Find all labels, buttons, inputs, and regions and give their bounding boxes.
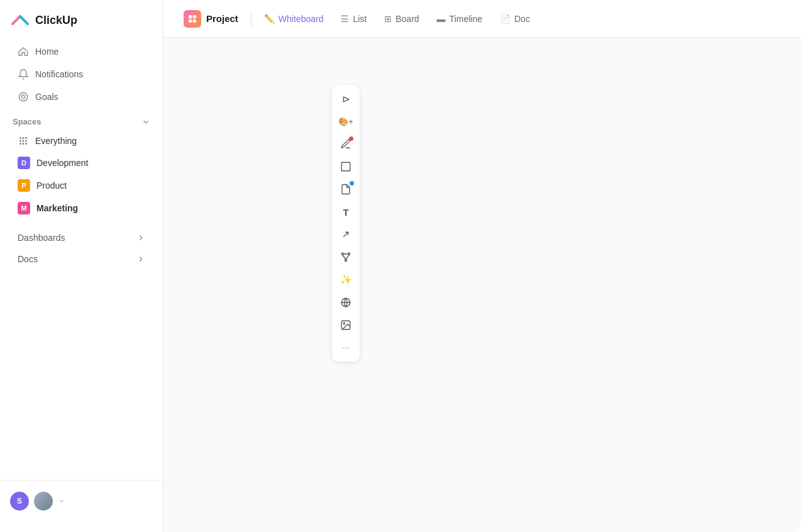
sidebar-item-development[interactable]: D Development [5,152,158,174]
sidebar-item-marketing[interactable]: M Marketing [5,197,158,219]
home-icon [18,46,29,57]
dashboards-label: Dashboards [18,233,65,243]
marketing-label: Marketing [36,203,78,213]
svg-point-17 [348,253,350,255]
list-tab-icon: ☰ [341,14,349,24]
project-tab[interactable]: Project [176,6,246,31]
product-avatar: P [18,179,30,192]
chevron-down-icon-user [58,497,65,505]
everything-label: Everything [35,136,77,146]
svg-point-5 [19,140,21,142]
timeline-tab-label: Timeline [450,14,482,24]
svg-point-3 [23,137,25,139]
tool-image[interactable] [336,315,356,335]
svg-point-21 [343,323,345,324]
spaces-section-header: Spaces [0,108,163,130]
notifications-label: Notifications [35,69,83,79]
sidebar-item-docs[interactable]: Docs [5,248,158,270]
tab-timeline[interactable]: ▬ Timeline [429,10,490,28]
svg-rect-12 [193,15,196,18]
whiteboard-tab-label: Whiteboard [279,14,324,24]
development-label: Development [36,158,89,168]
user-avatar-g [34,492,53,511]
docs-label: Docs [18,254,38,264]
svg-rect-11 [189,15,192,18]
project-label: Project [206,13,238,24]
drawing-toolbar: ⊳ 🎨+ T ✨ [332,85,360,362]
tool-pen[interactable] [336,134,356,154]
sidebar-item-dashboards[interactable]: Dashboards [5,227,158,248]
svg-point-6 [23,140,25,142]
chevron-down-icon[interactable] [141,118,150,126]
list-tab-label: List [353,14,367,24]
svg-rect-13 [189,19,192,22]
tool-connector[interactable] [336,224,356,245]
sidebar: ClickUp Home Notifications Goals Spaces … [0,0,163,532]
svg-point-16 [341,253,343,255]
marketing-avatar: M [18,202,30,214]
logo-area[interactable]: ClickUp [0,10,163,40]
board-tab-icon: ⊞ [384,14,392,24]
everything-icon [18,135,29,147]
project-icon [184,10,201,28]
svg-point-1 [21,95,25,99]
tool-text[interactable]: T [336,202,356,222]
tool-select[interactable]: ⊳ [336,89,356,109]
home-label: Home [35,47,58,57]
svg-point-0 [19,92,28,101]
chevron-right-icon-2 [136,255,145,263]
sidebar-bottom: S [0,480,163,522]
clickup-logo-icon [10,10,30,30]
svg-rect-15 [341,162,350,171]
spaces-label: Spaces [13,117,41,126]
tab-whiteboard[interactable]: ✏️ Whiteboard [257,10,331,28]
main-content: Project ✏️ Whiteboard ☰ List ⊞ Board ▬ T… [163,0,801,532]
chevron-right-icon [136,233,145,242]
sidebar-item-home[interactable]: Home [5,40,158,63]
doc-tab-icon: 📄 [500,14,511,24]
doc-tab-label: Doc [514,14,530,24]
development-avatar: D [18,157,30,169]
product-label: Product [36,180,67,191]
timeline-tab-icon: ▬ [437,14,446,24]
tool-globe[interactable] [336,292,356,313]
sidebar-item-product[interactable]: P Product [5,174,158,197]
user-area[interactable]: S [0,485,163,517]
svg-point-8 [19,143,21,145]
tab-list[interactable]: ☰ List [333,10,374,28]
tool-palette[interactable]: 🎨+ [336,111,356,131]
tool-note[interactable] [336,179,356,199]
tab-divider [251,11,251,26]
tool-shape[interactable] [336,157,356,177]
svg-point-9 [23,143,25,145]
tab-board[interactable]: ⊞ Board [377,10,426,28]
whiteboard-tab-icon: ✏️ [264,14,275,24]
canvas-container[interactable]: ⊳ 🎨+ T ✨ [163,38,801,532]
tab-doc[interactable]: 📄 Doc [492,10,538,28]
svg-point-10 [25,143,27,145]
user-avatar-s: S [10,492,29,511]
pen-dot [349,136,353,141]
svg-rect-14 [193,19,196,22]
main-toolbar: Project ✏️ Whiteboard ☰ List ⊞ Board ▬ T… [163,0,801,38]
bell-icon [18,69,29,80]
note-dot [350,181,354,186]
sidebar-item-notifications[interactable]: Notifications [5,63,158,86]
svg-point-18 [345,260,347,262]
sidebar-item-goals[interactable]: Goals [5,86,158,108]
tool-ai[interactable]: ✨ [336,270,356,290]
tool-workflow[interactable] [336,247,356,267]
sidebar-item-everything[interactable]: Everything [5,130,158,152]
svg-point-7 [25,140,27,142]
board-tab-label: Board [395,14,419,24]
goals-label: Goals [35,92,58,102]
app-name: ClickUp [35,14,77,27]
svg-point-2 [19,137,21,139]
svg-point-4 [25,137,27,139]
tool-more[interactable]: ··· [336,338,356,358]
goals-icon [18,91,29,103]
